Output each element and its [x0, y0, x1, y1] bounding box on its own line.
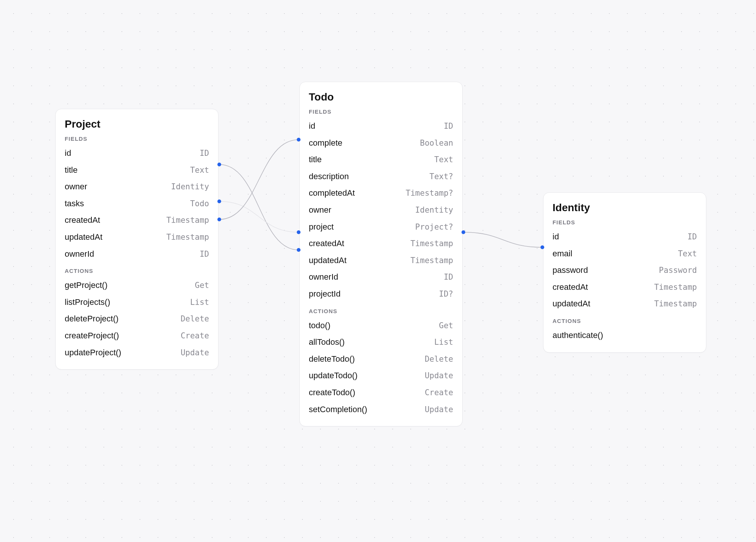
entity-card-todo[interactable]: Todo FIELDS idIDcompleteBooleantitleText…: [299, 82, 463, 426]
action-name: authenticate(): [553, 330, 603, 341]
connection-dot-icon: [297, 138, 301, 142]
field-name: owner: [309, 205, 331, 216]
field-name: ownerId: [309, 272, 338, 283]
action-type: Get: [439, 321, 453, 331]
field-name: tasks: [65, 198, 84, 209]
field-row[interactable]: ownerIdID: [309, 269, 453, 286]
field-row[interactable]: idID: [65, 145, 209, 162]
action-row[interactable]: createTodo()Create: [309, 384, 453, 401]
field-row[interactable]: projectProject?: [309, 219, 453, 236]
action-name: allTodos(): [309, 337, 345, 348]
field-type: Timestamp: [166, 232, 209, 242]
field-name: title: [309, 154, 322, 165]
actions-label: ACTIONS: [65, 268, 209, 274]
entity-card-identity[interactable]: Identity FIELDS idIDemailTextpasswordPas…: [543, 192, 706, 353]
connection-dot-icon: [217, 218, 221, 221]
field-name: createdAt: [553, 282, 588, 293]
action-name: deleteTodo(): [309, 354, 355, 365]
field-type: Timestamp: [654, 299, 697, 309]
field-row[interactable]: ownerIdentity: [309, 202, 453, 219]
field-type: Project?: [415, 222, 453, 232]
action-name: deleteProject(): [65, 314, 118, 324]
field-row[interactable]: completeBoolean: [309, 135, 453, 152]
schema-canvas[interactable]: Project FIELDS idIDtitleTextownerIdentit…: [0, 0, 756, 542]
field-row[interactable]: tasksTodo: [65, 195, 209, 212]
connection-dot-icon: [297, 248, 301, 252]
connection-dot-icon: [540, 245, 544, 249]
field-type: ID: [444, 272, 453, 282]
field-name: ownerId: [65, 249, 94, 260]
field-row[interactable]: updatedAtTimestamp: [553, 295, 697, 312]
field-row[interactable]: ownerIdentity: [65, 178, 209, 195]
field-type: ID: [688, 232, 697, 242]
action-row[interactable]: setCompletion()Update: [309, 401, 453, 418]
field-type: Boolean: [420, 138, 453, 148]
action-row[interactable]: deleteProject()Delete: [65, 311, 209, 327]
field-type: Text?: [430, 172, 453, 182]
field-type: Password: [659, 265, 697, 276]
action-type: Update: [425, 405, 453, 415]
field-row[interactable]: titleText: [309, 151, 453, 168]
action-type: Delete: [181, 314, 209, 324]
fields-label: FIELDS: [309, 108, 453, 115]
field-row[interactable]: emailText: [553, 245, 697, 262]
fields-label: FIELDS: [553, 219, 697, 225]
field-name: project: [309, 222, 334, 233]
field-type: ID: [444, 121, 453, 131]
field-row[interactable]: ownerIdID: [65, 246, 209, 263]
field-row[interactable]: idID: [553, 228, 697, 245]
field-name: updatedAt: [65, 232, 102, 243]
field-type: Text: [190, 165, 209, 175]
action-name: updateProject(): [65, 347, 121, 358]
entity-title: Project: [65, 118, 209, 130]
entity-card-project[interactable]: Project FIELDS idIDtitleTextownerIdentit…: [55, 109, 219, 370]
action-type: List: [434, 337, 453, 347]
action-row[interactable]: createProject()Create: [65, 327, 209, 344]
connection-dot-icon: [217, 163, 221, 166]
field-row[interactable]: createdAtTimestamp: [65, 212, 209, 229]
field-name: description: [309, 171, 349, 182]
actions-label: ACTIONS: [309, 308, 453, 314]
field-row[interactable]: descriptionText?: [309, 168, 453, 185]
field-name: owner: [65, 181, 87, 192]
field-row[interactable]: updatedAtTimestamp: [65, 229, 209, 246]
field-type: Timestamp?: [406, 188, 453, 198]
action-row[interactable]: getProject()Get: [65, 277, 209, 294]
field-type: ID: [200, 249, 209, 259]
field-row[interactable]: passwordPassword: [553, 262, 697, 279]
field-type: Timestamp: [410, 256, 453, 266]
field-name: projectId: [309, 289, 340, 300]
field-row[interactable]: createdAtTimestamp: [553, 279, 697, 296]
action-type: Delete: [425, 354, 453, 364]
action-row[interactable]: allTodos()List: [309, 334, 453, 351]
action-row[interactable]: todo()Get: [309, 317, 453, 334]
action-type: Get: [195, 280, 209, 291]
action-row[interactable]: updateProject()Update: [65, 344, 209, 361]
action-name: createTodo(): [309, 387, 355, 398]
field-name: updatedAt: [309, 255, 346, 266]
action-row[interactable]: deleteTodo()Delete: [309, 351, 453, 368]
field-type: Timestamp: [166, 215, 209, 225]
actions-label: ACTIONS: [553, 318, 697, 324]
entity-title: Identity: [553, 202, 697, 214]
field-name: complete: [309, 138, 342, 149]
field-name: id: [65, 148, 71, 159]
field-type: Todo: [190, 199, 209, 209]
field-name: updatedAt: [553, 298, 590, 309]
relationship-edge: [219, 140, 299, 219]
field-row[interactable]: idID: [309, 118, 453, 135]
action-row[interactable]: listProjects()List: [65, 294, 209, 311]
field-row[interactable]: projectIdID?: [309, 286, 453, 303]
field-name: createdAt: [309, 238, 344, 249]
field-row[interactable]: createdAtTimestamp: [309, 235, 453, 252]
action-row[interactable]: updateTodo()Update: [309, 367, 453, 384]
entity-title: Todo: [309, 91, 453, 103]
field-row[interactable]: updatedAtTimestamp: [309, 252, 453, 269]
field-type: Identity: [171, 182, 209, 192]
field-row[interactable]: completedAtTimestamp?: [309, 185, 453, 202]
relationship-edge: [219, 164, 299, 250]
field-name: completedAt: [309, 188, 355, 199]
action-type: Update: [425, 371, 453, 381]
field-row[interactable]: titleText: [65, 162, 209, 179]
action-row[interactable]: authenticate(): [553, 327, 697, 344]
